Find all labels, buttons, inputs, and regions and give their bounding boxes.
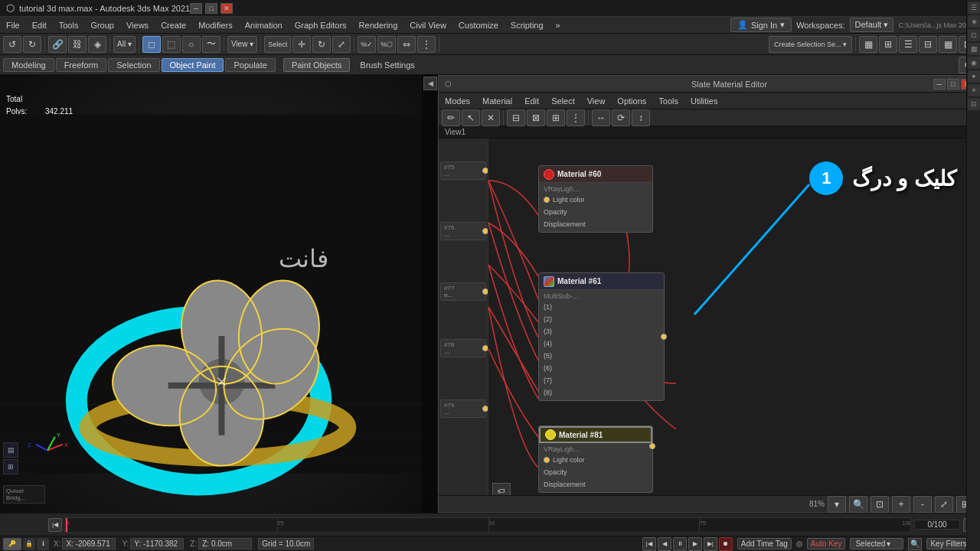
menu-more[interactable]: »: [550, 17, 567, 33]
menu-edit[interactable]: Edit: [26, 17, 53, 33]
material-node-61[interactable]: Material #61 MultiSub-... (1) (2) (3) (4…: [538, 272, 665, 401]
y-value[interactable]: Y: -1170.382: [130, 538, 184, 549]
obj-view-4[interactable]: ⊟: [919, 36, 937, 53]
rs-icon-7[interactable]: ☀: [968, 84, 980, 96]
undo-button[interactable]: ↺: [3, 36, 21, 53]
menu-file[interactable]: File: [0, 17, 26, 33]
obj-view-1[interactable]: ▦: [859, 36, 877, 53]
timeline-start[interactable]: |◀: [48, 518, 62, 532]
sidebar-node-79[interactable]: #79 ...: [440, 399, 486, 418]
slate-select[interactable]: Select: [545, 93, 581, 109]
tab-modeling[interactable]: Modeling: [3, 58, 54, 72]
rs-icon-4[interactable]: ▦: [968, 43, 980, 55]
play-pause[interactable]: ⏸: [673, 537, 687, 551]
obj-view-5[interactable]: ▦: [939, 36, 957, 53]
create-selection-dropdown[interactable]: Create Selection Se... ▾: [769, 36, 852, 53]
sidebar-node-76[interactable]: #76 ...: [440, 222, 486, 240]
viewport-grid-icon[interactable]: ⊞: [3, 459, 18, 474]
play-prev[interactable]: ◀: [658, 537, 671, 551]
brush-settings-tab[interactable]: Brush Settings: [351, 58, 423, 72]
move-tool[interactable]: ✛: [292, 36, 311, 53]
slate-nav3[interactable]: ↕: [632, 109, 650, 126]
nav-btn-1[interactable]: ◀: [423, 77, 437, 90]
percent2-btn[interactable]: %⬡: [377, 36, 396, 53]
menu-modifiers[interactable]: Modifiers: [192, 17, 239, 33]
sidebar-node-75[interactable]: #75 ...: [440, 161, 486, 180]
select-tool[interactable]: Select: [264, 36, 291, 53]
workspaces-dropdown[interactable]: Default ▾: [850, 18, 894, 32]
slate-utilities[interactable]: Utilities: [684, 93, 724, 109]
slate-maximize[interactable]: □: [947, 79, 959, 90]
menu-create[interactable]: Create: [155, 17, 192, 33]
play-next[interactable]: ▶: [688, 537, 702, 551]
rs-icon-8[interactable]: ⊟: [968, 98, 980, 110]
slate-options[interactable]: Options: [611, 93, 652, 109]
menu-tools[interactable]: Tools: [53, 17, 85, 33]
rs-icon-6[interactable]: ✦: [968, 70, 980, 83]
slate-nav1[interactable]: ↔: [592, 109, 610, 126]
quixel-bridge[interactable]: Quixel Bridg...: [3, 485, 45, 504]
slate-edit[interactable]: Edit: [518, 93, 545, 109]
viewport-3d[interactable]: [+] [Perspective] [User Defined] [Defaul…: [0, 75, 438, 513]
slate-content[interactable]: #75 ... #76 ... #77 n... #78 ...: [439, 139, 979, 498]
zoom-fit[interactable]: ⊡: [871, 496, 889, 513]
tab-freeform[interactable]: Freeform: [56, 58, 107, 72]
search-icon[interactable]: 🔍: [908, 538, 922, 550]
slate-material[interactable]: Material: [476, 93, 518, 109]
scale-tool[interactable]: ⤢: [332, 36, 351, 53]
link-button[interactable]: 🔗: [48, 36, 67, 53]
rs-icon-5[interactable]: ◉: [968, 57, 980, 69]
close-button[interactable]: ✕: [220, 3, 233, 14]
sign-in-button[interactable]: 👤 Sign In ▾: [730, 18, 792, 32]
obj-view-3[interactable]: ☰: [899, 36, 917, 53]
tab-populate[interactable]: Populate: [225, 58, 275, 72]
align-btn[interactable]: ⋮: [417, 36, 436, 53]
percent-btn[interactable]: %✓: [358, 36, 376, 53]
menu-rendering[interactable]: Rendering: [353, 17, 404, 33]
timeline[interactable]: 0 25 50 75 100: [65, 517, 911, 533]
slate-delete[interactable]: ✕: [482, 109, 500, 126]
slate-view[interactable]: View: [581, 93, 612, 109]
x-value[interactable]: X: -2069.571: [62, 538, 116, 549]
selected-dropdown[interactable]: Selected▾: [850, 538, 903, 549]
viewport-dropdown[interactable]: View ▾: [227, 36, 257, 53]
zoom-extra1[interactable]: ⤢: [935, 496, 953, 513]
play-start[interactable]: |◀: [642, 537, 656, 551]
slate-cursor[interactable]: ↖: [462, 109, 480, 126]
zoom-in[interactable]: +: [892, 496, 910, 513]
rs-icon-1[interactable]: ☰: [968, 2, 980, 14]
tab-selection[interactable]: Selection: [108, 58, 159, 72]
zoom-search[interactable]: 🔍: [849, 496, 867, 513]
menu-group[interactable]: Group: [84, 17, 120, 33]
rs-icon-2[interactable]: ◈: [968, 15, 980, 28]
add-time-tag-btn[interactable]: Add Time Tag: [737, 538, 792, 549]
lasso-select[interactable]: 〜: [202, 36, 220, 53]
slate-align[interactable]: ⊟: [507, 109, 525, 126]
sidebar-node-77[interactable]: #77 n...: [440, 282, 486, 301]
bind-button[interactable]: ◈: [88, 36, 106, 53]
minimize-button[interactable]: ─: [190, 3, 202, 14]
menu-civil-view[interactable]: Civil View: [403, 17, 452, 33]
redo-button[interactable]: ↻: [23, 36, 41, 53]
slate-tools[interactable]: Tools: [652, 93, 684, 109]
unlink-button[interactable]: ⛓: [68, 36, 87, 53]
filter-dropdown[interactable]: All ▾: [113, 36, 136, 53]
play-record[interactable]: ⏺: [719, 537, 733, 551]
maximize-button[interactable]: □: [205, 3, 217, 14]
select-button[interactable]: ◻: [142, 36, 161, 53]
material-node-81[interactable]: Material #81 VRayLigh... Light color Opa…: [538, 425, 653, 493]
rotate-tool[interactable]: ↻: [312, 36, 331, 53]
material-node-60[interactable]: Material #60 VRayLigh... Light color Opa…: [538, 165, 653, 233]
obj-view-2[interactable]: ⊞: [879, 36, 897, 53]
viewport-shading-icon[interactable]: ▤: [3, 442, 18, 458]
menu-graph-editors[interactable]: Graph Editors: [289, 17, 353, 33]
paint-objects-tab[interactable]: Paint Objects: [283, 58, 350, 72]
menu-customize[interactable]: Customize: [452, 17, 505, 33]
rectangular-select[interactable]: ⬚: [162, 36, 181, 53]
tab-object-paint[interactable]: Object Paint: [162, 58, 224, 72]
auto-key-btn[interactable]: Auto Key: [807, 538, 846, 549]
menu-scripting[interactable]: Scripting: [505, 17, 550, 33]
slate-nav2[interactable]: ⟳: [612, 109, 630, 126]
zoom-out[interactable]: -: [913, 496, 932, 513]
menu-views[interactable]: Views: [120, 17, 155, 33]
